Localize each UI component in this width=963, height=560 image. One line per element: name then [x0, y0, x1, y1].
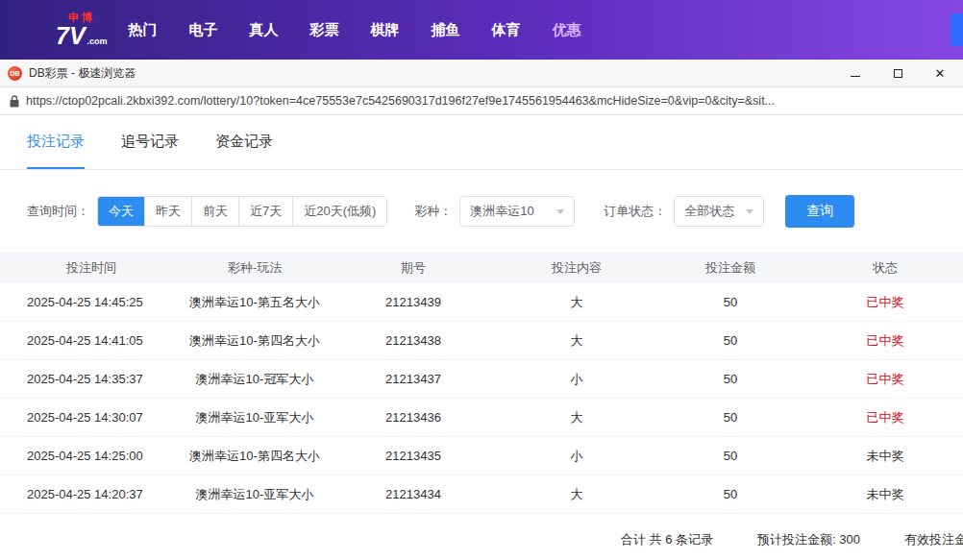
table-row: 2025-04-25 14:35:37澳洲幸运10-冠军大小21213437小5… [0, 360, 963, 399]
cell-content: 小 [500, 448, 654, 465]
cell-game: 澳洲幸运10-亚军大小 [183, 409, 327, 426]
page-content: 投注记录追号记录资金记录 查询时间： 今天昨天前天近7天近20天(低频) 彩种：… [0, 115, 963, 548]
table-body: 2025-04-25 14:45:25澳洲幸运10-第五名大小21213439大… [0, 283, 963, 514]
cell-content: 大 [500, 294, 654, 311]
chevron-down-icon [746, 209, 753, 214]
site-header: 申博 7V .com 热门电子真人彩票棋牌捕鱼体育优惠 [0, 0, 963, 60]
window-title: DB彩票 - 极速浏览器 [29, 65, 848, 82]
address-bar[interactable]: https://ctop02pcali.2kbxi392.com/lottery… [0, 87, 963, 115]
column-header: 投注内容 [500, 259, 654, 277]
bet-records-table: 投注时间彩种-玩法期号投注内容投注金额状态 2025-04-25 14:45:2… [0, 253, 963, 514]
site-logo[interactable]: 申博 7V .com [56, 12, 108, 47]
browser-titlebar: DB DB彩票 - 极速浏览器 ✕ [0, 60, 963, 87]
query-button[interactable]: 查询 [785, 195, 854, 228]
table-row: 2025-04-25 14:25:00澳洲幸运10-第四名大小21213435小… [0, 437, 963, 475]
column-header: 彩种-玩法 [183, 259, 327, 277]
table-footer: 合计 共 6 条记录 预计投注金额: 300 有效投注金 [0, 514, 963, 548]
cell-content: 大 [500, 332, 654, 350]
cell-issue: 21213434 [327, 487, 500, 501]
cell-bet-time: 2025-04-25 14:41:05 [0, 333, 183, 348]
total-records-text: 合计 共 6 条记录 [621, 531, 713, 548]
cell-content: 小 [500, 371, 654, 388]
cell-game: 澳洲幸运10-冠军大小 [183, 371, 327, 388]
lock-icon [10, 95, 19, 108]
nav-item[interactable]: 捕鱼 [432, 21, 460, 39]
table-row: 2025-04-25 14:20:37澳洲幸运10-亚军大小21213434大5… [0, 475, 963, 514]
cell-status: 已中奖 [807, 409, 963, 426]
cell-issue: 21213438 [327, 333, 500, 348]
time-range-button[interactable]: 今天 [98, 197, 144, 226]
cell-status: 已中奖 [807, 371, 963, 388]
tab-active[interactable]: 投注记录 [27, 115, 85, 169]
table-row: 2025-04-25 14:41:05澳洲幸运10-第四名大小21213438大… [0, 322, 963, 360]
tab-item[interactable]: 资金记录 [215, 115, 273, 169]
status-filter-label: 订单状态： [604, 203, 666, 220]
main-nav: 热门电子真人彩票棋牌捕鱼体育优惠 [129, 21, 581, 39]
column-header: 投注金额 [654, 259, 807, 277]
cell-amount: 50 [654, 410, 807, 425]
chevron-down-icon [556, 209, 564, 214]
table-row: 2025-04-25 14:45:25澳洲幸运10-第五名大小21213439大… [0, 283, 963, 322]
table-row: 2025-04-25 14:30:07澳洲幸运10-亚军大小21213436大5… [0, 399, 963, 437]
floating-widget[interactable] [951, 13, 963, 46]
cell-amount: 50 [654, 487, 807, 501]
column-header: 状态 [807, 259, 963, 277]
cell-status: 未中奖 [807, 448, 963, 465]
cell-status: 已中奖 [807, 332, 963, 350]
nav-item[interactable]: 电子 [189, 21, 218, 39]
nav-item[interactable]: 体育 [492, 21, 521, 39]
time-range-button[interactable]: 前天 [191, 197, 238, 226]
minimize-button[interactable] [848, 65, 863, 81]
cell-issue: 21213437 [327, 372, 500, 386]
cell-bet-time: 2025-04-25 14:20:37 [0, 487, 183, 501]
status-select[interactable]: 全部状态 [674, 196, 764, 227]
lottery-filter-label: 彩种： [414, 203, 452, 220]
valid-amount-text: 有效投注金 [904, 531, 963, 548]
cell-amount: 50 [654, 449, 807, 463]
cell-game: 澳洲幸运10-第五名大小 [183, 294, 327, 311]
nav-item[interactable]: 优惠 [553, 21, 581, 39]
time-range-button[interactable]: 近7天 [238, 197, 292, 226]
logo-7v: 7V [56, 24, 86, 48]
tab-item[interactable]: 追号记录 [121, 115, 179, 169]
cell-bet-time: 2025-04-25 14:35:37 [0, 372, 183, 386]
status-select-value: 全部状态 [684, 203, 734, 220]
tab-bar: 投注记录追号记录资金记录 [0, 115, 963, 170]
nav-item[interactable]: 棋牌 [371, 21, 400, 39]
time-range-button[interactable]: 昨天 [144, 197, 191, 226]
nav-item[interactable]: 真人 [250, 21, 279, 39]
lottery-select-value: 澳洲幸运10 [470, 203, 533, 220]
logo-main-text: 7V .com [56, 24, 108, 48]
logo-com: .com [87, 37, 108, 48]
browser-favicon-icon: DB [8, 66, 22, 81]
url-text: https://ctop02pcali.2kbxi392.com/lottery… [26, 94, 775, 108]
cell-content: 大 [500, 486, 654, 503]
cell-amount: 50 [654, 295, 807, 309]
cell-amount: 50 [654, 333, 807, 348]
lottery-select[interactable]: 澳洲幸运10 [459, 196, 575, 227]
cell-bet-time: 2025-04-25 14:30:07 [0, 410, 183, 425]
cell-game: 澳洲幸运10-第四名大小 [183, 332, 327, 350]
cell-issue: 21213436 [327, 410, 500, 425]
time-filter-label: 查询时间： [27, 203, 89, 220]
window-controls: ✕ [848, 65, 955, 81]
table-header: 投注时间彩种-玩法期号投注内容投注金额状态 [0, 253, 963, 283]
cell-status: 未中奖 [807, 486, 963, 503]
cell-issue: 21213439 [327, 295, 500, 309]
time-range-group: 今天昨天前天近7天近20天(低频) [97, 196, 387, 227]
cell-bet-time: 2025-04-25 14:25:00 [0, 449, 183, 463]
cell-content: 大 [500, 409, 654, 426]
cell-issue: 21213435 [327, 449, 500, 463]
nav-item[interactable]: 热门 [129, 21, 158, 39]
cell-bet-time: 2025-04-25 14:45:25 [0, 295, 183, 309]
close-button[interactable]: ✕ [932, 65, 948, 81]
cell-amount: 50 [654, 372, 807, 386]
estimated-amount-text: 预计投注金额: 300 [757, 531, 860, 548]
cell-status: 已中奖 [807, 294, 963, 311]
column-header: 期号 [327, 259, 500, 277]
time-range-button[interactable]: 近20天(低频) [292, 197, 386, 226]
filter-bar: 查询时间： 今天昨天前天近7天近20天(低频) 彩种： 澳洲幸运10 订单状态：… [0, 170, 963, 228]
column-header: 投注时间 [0, 259, 183, 277]
nav-item[interactable]: 彩票 [310, 21, 339, 39]
maximize-button[interactable] [890, 65, 905, 81]
